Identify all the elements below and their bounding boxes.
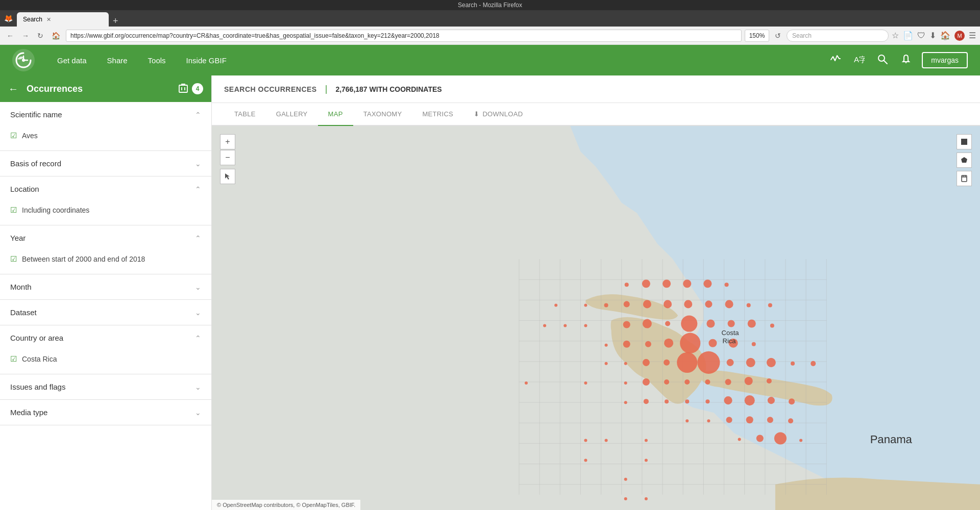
filter-month-header[interactable]: Month ⌄ <box>0 274 211 299</box>
filter-issues: Issues and flags ⌄ <box>0 374 211 400</box>
tab-metrics[interactable]: METRICS <box>412 103 463 126</box>
address-bar[interactable]: https://www.gbif.org/occurrence/map?coun… <box>66 30 742 42</box>
browser-tab-active[interactable]: Search ✕ <box>17 12 109 27</box>
browser-icon: 🦊 <box>4 14 13 22</box>
map-container[interactable]: Panama Costa Rica + − <box>212 126 980 510</box>
filter-country-header[interactable]: Country or area ⌃ <box>0 325 211 350</box>
home-toolbar-icon[interactable]: 🏠 <box>940 31 950 40</box>
filter-item-coords: ☑ Including coordinates <box>10 203 201 217</box>
star-icon[interactable]: ☆ <box>892 31 899 40</box>
shape-delete-btn[interactable] <box>957 171 972 186</box>
tab-table[interactable]: TABLE <box>224 103 266 126</box>
year-range-checkbox[interactable]: ☑ <box>10 254 17 264</box>
content-area: SEARCH OCCURRENCES | 2,766,187 WITH COOR… <box>212 75 980 510</box>
filter-country-label: Country or area <box>10 334 63 342</box>
filter-country-chevron: ⌃ <box>195 334 201 342</box>
nav-share[interactable]: Share <box>97 45 138 75</box>
search-icon-btn[interactable] <box>875 52 890 69</box>
gbif-nav-links: Get data Share Tools Inside GBIF <box>47 45 828 75</box>
select-tool-btn[interactable] <box>220 169 235 184</box>
svg-marker-127 <box>961 157 967 163</box>
filter-month-label: Month <box>10 283 32 291</box>
new-tab-btn[interactable]: + <box>109 16 122 27</box>
aves-checkbox[interactable]: ☑ <box>10 131 17 140</box>
tab-close-btn[interactable]: ✕ <box>46 16 51 23</box>
reader-icon[interactable]: 📄 <box>903 31 913 40</box>
back-btn[interactable]: ← <box>4 31 16 41</box>
coords-checkbox[interactable]: ☑ <box>10 206 17 215</box>
gbif-nav-right: A字 mvargas <box>828 52 968 69</box>
filter-scientific-name-content: ☑ Aves <box>0 127 211 150</box>
nav-tools[interactable]: Tools <box>138 45 176 75</box>
svg-text:A字: A字 <box>854 55 865 64</box>
svg-rect-128 <box>962 175 967 182</box>
nav-get-data[interactable]: Get data <box>47 45 97 75</box>
activity-icon-btn[interactable] <box>828 52 843 69</box>
shape-square-btn[interactable] <box>957 134 972 149</box>
zoom-out-btn[interactable]: − <box>220 150 235 165</box>
sidebar-back-btn[interactable]: ← <box>8 83 18 95</box>
filter-month: Month ⌄ <box>0 274 211 300</box>
svg-rect-7 <box>179 85 187 92</box>
translate-icon-btn[interactable]: A字 <box>851 52 867 69</box>
filter-dataset-label: Dataset <box>10 308 37 317</box>
browser-title-bar: Search - Mozilla Firefox <box>0 0 980 10</box>
year-range-label: Between start of 2000 and end of 2018 <box>22 255 145 263</box>
nav-inside-gbif[interactable]: Inside GBIF <box>176 45 237 75</box>
forward-btn[interactable]: → <box>19 31 32 41</box>
filter-year-chevron: ⌃ <box>195 234 201 242</box>
filter-basis-of-record: Basis of record ⌄ <box>0 151 211 176</box>
notification-icon-btn[interactable] <box>898 52 914 69</box>
filter-media-type-header[interactable]: Media type ⌄ <box>0 400 211 425</box>
zoom-level: 150% <box>745 30 769 42</box>
filter-media-type-label: Media type <box>10 408 47 417</box>
filter-scientific-name: Scientific name ⌃ ☑ Aves <box>0 102 211 151</box>
filter-dataset-header[interactable]: Dataset ⌄ <box>0 300 211 325</box>
search-placeholder: Search <box>792 32 812 39</box>
map-controls-right <box>957 134 972 186</box>
tab-download[interactable]: ⬇ DOWNLOAD <box>463 103 533 126</box>
sidebar-title: Occurrences <box>27 84 175 94</box>
browser-title: Search - Mozilla Firefox <box>458 2 522 9</box>
zoom-in-btn[interactable]: + <box>220 134 235 149</box>
main-layout: ← Occurrences 4 Scientific name ⌃ ☑ Aves <box>0 75 980 510</box>
refresh-btn[interactable]: ↻ <box>35 31 46 41</box>
tabs-row: TABLE GALLERY MAP TAXONOMY METRICS ⬇ DOW… <box>212 103 980 126</box>
filter-basis-chevron: ⌄ <box>195 160 201 168</box>
menu-icon[interactable]: ☰ <box>969 31 976 40</box>
filter-issues-header[interactable]: Issues and flags ⌄ <box>0 374 211 399</box>
shape-pentagon-btn[interactable] <box>957 152 972 168</box>
costa-rica-checkbox[interactable]: ☑ <box>10 354 17 364</box>
tab-map[interactable]: MAP <box>318 103 353 126</box>
browser-tabs: Search ✕ + <box>17 10 976 27</box>
address-bar-row: ← → ↻ 🏠 https://www.gbif.org/occurrence/… <box>0 27 980 45</box>
browser-search-box[interactable]: Search <box>787 30 889 42</box>
filter-country: Country or area ⌃ ☑ Costa Rica <box>0 325 211 374</box>
filter-location-header[interactable]: Location ⌃ <box>0 176 211 201</box>
svg-line-4 <box>884 60 888 64</box>
gbif-logo[interactable] <box>12 49 35 71</box>
filter-basis-header[interactable]: Basis of record ⌄ <box>0 151 211 176</box>
filter-location: Location ⌃ ☑ Including coordinates <box>0 176 211 225</box>
map-attribution: © OpenStreetMap contributors, © OpenMapT… <box>212 500 360 510</box>
tab-gallery[interactable]: GALLERY <box>266 103 318 126</box>
reload-btn[interactable]: ↺ <box>772 31 783 41</box>
user-profile-btn[interactable]: mvargas <box>922 52 968 68</box>
filter-item-year-range: ☑ Between start of 2000 and end of 2018 <box>10 252 201 266</box>
map-background <box>212 126 980 510</box>
home-btn[interactable]: 🏠 <box>49 31 63 41</box>
costa-rica-label: Costa Rica <box>22 355 57 363</box>
filter-item-aves: ☑ Aves <box>10 129 201 142</box>
filter-scientific-name-header[interactable]: Scientific name ⌃ <box>0 102 211 127</box>
tab-taxonomy[interactable]: TAXONOMY <box>353 103 412 126</box>
profile-icon[interactable]: M <box>954 31 965 41</box>
filter-year-header[interactable]: Year ⌃ <box>0 225 211 250</box>
filter-basis-label: Basis of record <box>10 159 61 168</box>
aves-label: Aves <box>22 132 38 140</box>
download-toolbar-icon[interactable]: ⬇ <box>929 31 936 40</box>
sidebar-trash-icon[interactable] <box>179 83 188 95</box>
filter-scientific-name-chevron: ⌃ <box>195 111 201 119</box>
tab-label: Search <box>23 16 42 23</box>
sidebar-header: ← Occurrences 4 <box>0 75 211 102</box>
coords-label: Including coordinates <box>22 206 89 214</box>
